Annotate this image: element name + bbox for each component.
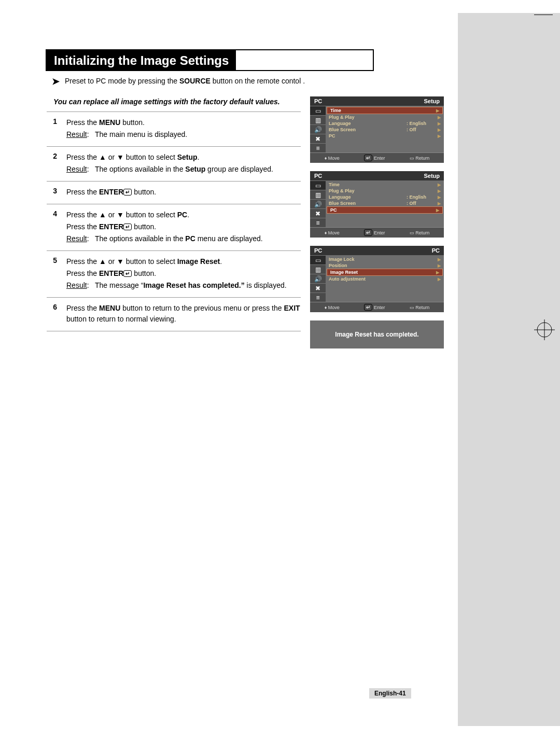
step-number: 2: [47, 152, 57, 176]
osd-menu-list: Time▶Plug & Play▶Language: English▶Blue …: [326, 180, 444, 227]
osd-hint-move: ♦ Move: [325, 155, 340, 161]
osd-footer: ♦ Move↵ Enter▭ Return: [310, 227, 444, 238]
osd-item-value: : Off: [407, 127, 438, 132]
osd-menu-item: Language: English▶: [326, 120, 444, 127]
osd-screenshot-stack: PCSetup▭▥🔊✖≡Time▶Plug & Play▶Language: E…: [310, 96, 445, 348]
note-arrow-icon: ➤: [52, 77, 60, 86]
osd-menu-item: Blue Screen: Off▶: [326, 127, 444, 133]
osd-icon-column: ▭▥🔊✖≡: [310, 255, 326, 302]
osd-item-label: Auto adjustment: [329, 276, 407, 282]
osd-header-left: PC: [314, 247, 322, 254]
step: 5Press the ▲ or ▼ button to select Image…: [47, 250, 301, 297]
step-line: Press the ENTER↵ button.: [66, 187, 301, 198]
chevron-right-icon: ▶: [438, 115, 441, 120]
crop-mark: [534, 15, 553, 19]
osd-category-icon: ▥: [310, 264, 326, 274]
step: 3Press the ENTER↵ button.: [47, 181, 301, 204]
osd-item-value: : English: [407, 121, 438, 126]
step-body: Press the ENTER↵ button.: [66, 187, 301, 199]
step-number: 6: [47, 303, 57, 326]
osd-menu-item: Auto adjustment▶: [326, 276, 444, 282]
mode-note: ➤ Preset to PC mode by pressing the SOUR…: [52, 77, 358, 86]
osd-header-right: Setup: [424, 173, 440, 179]
osd-item-label: Time: [330, 108, 405, 113]
osd-item-label: PC: [330, 207, 405, 213]
osd-menu-item: Time▶: [327, 107, 443, 114]
osd-item-label: Language: [329, 121, 407, 126]
chevron-right-icon: ▶: [436, 270, 439, 275]
step-line: Press the ▲ or ▼ button to select Image …: [66, 256, 301, 267]
step-line: Result: The main menu is displayed.: [66, 129, 301, 140]
osd-message-box: Image Reset has completed.: [310, 320, 444, 348]
chevron-right-icon: ▶: [438, 263, 441, 268]
step-number: 5: [47, 256, 57, 292]
step-body: Press the ▲ or ▼ button to select Setup.…: [66, 152, 301, 176]
osd-category-icon: ✖: [310, 283, 326, 292]
steps-list: 1Press the MENU button.Result: The main …: [47, 111, 301, 331]
step-line: Press the MENU button.: [66, 117, 301, 128]
osd-hint-move: ♦ Move: [325, 229, 340, 236]
step-line: Press the ENTER↵ button.: [66, 268, 301, 279]
osd-header-left: PC: [314, 173, 322, 179]
osd-hint-enter: ↵ Enter: [364, 155, 385, 161]
chevron-right-icon: ▶: [438, 128, 441, 132]
osd-menu-item: PC▶: [327, 206, 443, 214]
page-number: English-41: [369, 688, 411, 699]
osd-menu-item: Plug & Play▶: [326, 114, 444, 120]
osd-header-left: PC: [314, 98, 322, 104]
osd-menu-item: Plug & Play▶: [326, 188, 444, 194]
enter-icon: ↵: [123, 189, 132, 196]
osd-footer: ♦ Move↵ Enter▭ Return: [310, 302, 444, 312]
osd-item-label: Blue Screen: [329, 201, 407, 206]
osd-item-label: Image Lock: [329, 257, 407, 262]
osd-menu-item: Language: English▶: [326, 194, 444, 200]
step-number: 3: [47, 187, 57, 199]
step: 4Press the ▲ or ▼ button to select PC.Pr…: [47, 204, 301, 250]
step-line: Press the ▲ or ▼ button to select Setup.: [66, 152, 301, 163]
enter-icon: ↵: [364, 229, 372, 236]
section-title-bar: Initializing the Image Settings: [46, 49, 374, 71]
osd-category-icon: ▭: [310, 180, 326, 190]
note-pre: Preset to PC mode by pressing the: [65, 77, 179, 85]
osd-header-right: Setup: [424, 98, 440, 104]
osd-menu-item: Position▶: [326, 262, 444, 269]
note-post: button on the remote contol .: [211, 77, 305, 85]
step-line: Press the ENTER↵ button.: [66, 221, 301, 232]
chevron-right-icon: ▶: [436, 108, 439, 113]
osd-screenshot: PCSetup▭▥🔊✖≡Time▶Plug & Play▶Language: E…: [310, 171, 444, 238]
osd-icon-column: ▭▥🔊✖≡: [310, 180, 326, 227]
osd-hint-return: ▭ Return: [410, 304, 430, 311]
step-line: Result: The options available in the PC …: [66, 233, 301, 244]
osd-item-label: Language: [329, 194, 407, 200]
osd-hint-return: ▭ Return: [410, 155, 430, 161]
osd-category-icon: 🔊: [310, 274, 326, 283]
osd-menu-list: Time▶Plug & Play▶Language: English▶Blue …: [326, 106, 444, 152]
step: 2Press the ▲ or ▼ button to select Setup…: [47, 146, 301, 181]
step-line: Result: The message “Image Reset has com…: [66, 280, 301, 291]
chevron-right-icon: ▶: [438, 121, 441, 126]
step: 6Press the MENU button to return to the …: [47, 297, 301, 331]
step-line: Press the ▲ or ▼ button to select PC.: [66, 210, 301, 220]
osd-category-icon: ▥: [310, 190, 326, 199]
step: 1Press the MENU button.Result: The main …: [47, 111, 301, 146]
chevron-right-icon: ▶: [438, 201, 441, 206]
note-strong: SOURCE: [179, 77, 211, 85]
step-body: Press the ▲ or ▼ button to select Image …: [66, 256, 301, 292]
chevron-right-icon: ▶: [436, 208, 439, 213]
registration-mark-icon: [534, 319, 555, 340]
step-number: 4: [47, 210, 57, 245]
osd-item-label: Plug & Play: [329, 115, 407, 120]
osd-menu-item: Blue Screen: Off▶: [326, 200, 444, 206]
osd-item-value: : Off: [407, 201, 438, 206]
osd-category-icon: ▭: [310, 106, 326, 115]
chevron-right-icon: ▶: [438, 183, 441, 187]
osd-icon-column: ▭▥🔊✖≡: [310, 106, 326, 152]
osd-category-icon: 🔊: [310, 199, 326, 208]
step-body: Press the MENU button to return to the p…: [66, 303, 301, 326]
osd-footer: ♦ Move↵ Enter▭ Return: [310, 152, 444, 163]
osd-item-value: : English: [407, 194, 438, 200]
note-text: Preset to PC mode by pressing the SOURCE…: [65, 77, 305, 85]
osd-category-icon: ≡: [310, 292, 326, 302]
osd-menu-item: Time▶: [326, 182, 444, 188]
enter-icon: ↵: [364, 304, 372, 311]
